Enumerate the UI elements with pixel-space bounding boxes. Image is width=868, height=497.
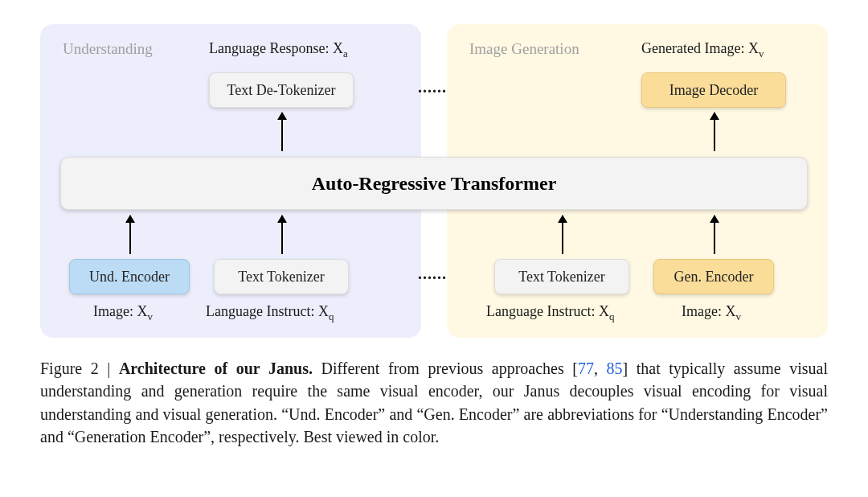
right-lang-input-label: Language Instruct: Xq: [486, 303, 614, 323]
text-tokenizer-left-box: Text Tokenizer: [214, 259, 349, 294]
arrow-decoder-to-transformer: [714, 113, 715, 151]
und-encoder-box: Und. Encoder: [69, 259, 190, 294]
caption-ref1[interactable]: 77: [578, 359, 594, 377]
arrow-text-tok-right: [562, 216, 563, 254]
language-response-text: Language Response: X: [209, 40, 343, 56]
arrow-und-encoder: [129, 216, 131, 254]
right-image-input-sub: v: [735, 310, 741, 322]
transformer-box: Auto-Regressive Transformer: [60, 157, 808, 210]
left-image-input-label: Image: Xv: [93, 303, 153, 323]
image-decoder-box: Image Decoder: [641, 72, 786, 108]
language-response-sub: a: [343, 47, 348, 60]
caption-comma: ,: [594, 359, 607, 377]
text-tokenizer-right-box: Text Tokenizer: [494, 259, 629, 294]
understanding-title: Understanding: [63, 40, 153, 58]
left-image-input-sub: v: [147, 310, 153, 322]
right-lang-input-sub: q: [609, 310, 615, 322]
caption-ref2[interactable]: 85: [607, 359, 623, 377]
arrow-gen-encoder: [714, 216, 715, 254]
generated-image-text: Generated Image: X: [641, 40, 759, 56]
arrow-text-tok-left: [281, 216, 283, 254]
generated-image-label: Generated Image: Xv: [641, 40, 764, 60]
left-image-input-text: Image: X: [93, 303, 147, 319]
arrow-detok-to-transformer: [281, 113, 283, 151]
left-lang-input-label: Language Instruct: Xq: [206, 303, 334, 323]
caption-prefix: Figure 2 |: [40, 359, 119, 377]
gen-encoder-box: Gen. Encoder: [653, 259, 774, 294]
generated-image-sub: v: [759, 47, 764, 60]
language-response-label: Language Response: Xa: [209, 40, 348, 60]
dots-top: ······: [418, 82, 447, 101]
generation-title: Image Generation: [469, 40, 579, 58]
dots-bottom: ······: [418, 269, 447, 287]
right-image-input-text: Image: X: [682, 303, 735, 319]
left-lang-input-sub: q: [329, 310, 334, 322]
right-lang-input-text: Language Instruct: X: [486, 303, 609, 319]
right-image-input-label: Image: Xv: [682, 303, 741, 323]
caption-bold: Architecture of our Janus.: [119, 359, 313, 377]
architecture-diagram: Understanding Image Generation Language …: [40, 24, 828, 338]
caption-text1: Different from previous approaches [: [313, 359, 578, 377]
left-lang-input-text: Language Instruct: X: [206, 303, 329, 319]
text-detokenizer-box: Text De-Tokenizer: [209, 72, 354, 108]
figure-caption: Figure 2 | Architecture of our Janus. Di…: [40, 357, 828, 449]
